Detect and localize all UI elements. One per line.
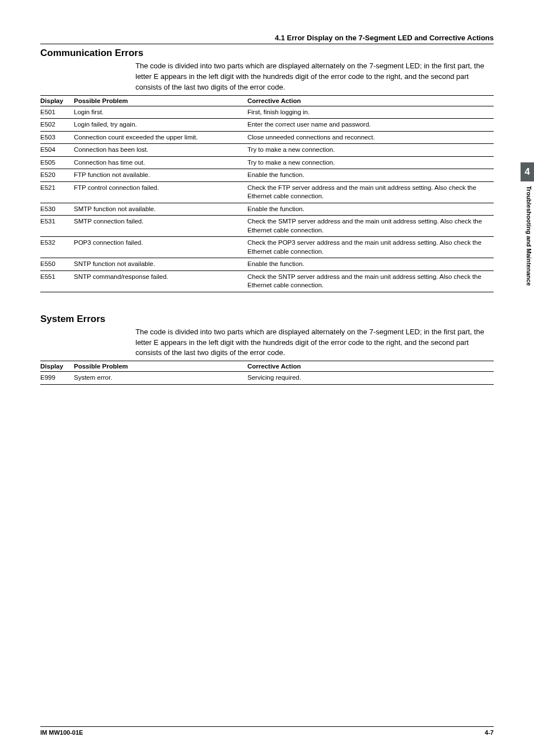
cell-problem: FTP function not available. bbox=[74, 169, 247, 182]
cell-action: Try to make a new connection. bbox=[247, 156, 494, 169]
page-footer: IM MW100-01E 4-7 bbox=[40, 726, 494, 736]
cell-display: E520 bbox=[40, 169, 74, 182]
cell-problem: SNTP function not available. bbox=[74, 258, 247, 271]
th-action: Corrective Action bbox=[247, 95, 494, 106]
chapter-tab: 4 bbox=[521, 162, 534, 181]
cell-problem: FTP control connection failed. bbox=[74, 181, 247, 203]
section-header-title: 4.1 Error Display on the 7-Segment LED a… bbox=[40, 34, 494, 44]
cell-action: Close unneeded connections and reconnect… bbox=[247, 131, 494, 144]
cell-display: E531 bbox=[40, 216, 74, 237]
table-row: E531SMTP connection failed.Check the SMT… bbox=[40, 216, 494, 237]
table-row: E502Login failed, try again.Enter the co… bbox=[40, 119, 494, 132]
table-header-row: Display Possible Problem Corrective Acti… bbox=[40, 95, 494, 106]
cell-action: Check the SNTP server address and the ma… bbox=[247, 270, 494, 292]
th-problem: Possible Problem bbox=[74, 361, 247, 372]
th-display: Display bbox=[40, 95, 74, 106]
system-errors-section: System Errors The code is divided into t… bbox=[40, 314, 494, 385]
cell-problem: Connection count exceeded the upper limi… bbox=[74, 131, 247, 144]
cell-display: E521 bbox=[40, 181, 74, 203]
footer-doc-id: IM MW100-01E bbox=[40, 729, 83, 736]
cell-action: Enable the function. bbox=[247, 203, 494, 216]
system-errors-heading: System Errors bbox=[40, 314, 494, 325]
cell-problem: SMTP connection failed. bbox=[74, 216, 247, 237]
section-header-bar: 4.1 Error Display on the 7-Segment LED a… bbox=[40, 34, 494, 44]
chapter-number: 4 bbox=[524, 166, 530, 178]
communication-errors-heading: Communication Errors bbox=[40, 48, 494, 59]
communication-errors-table: Display Possible Problem Corrective Acti… bbox=[40, 95, 494, 292]
cell-problem: SMTP function not available. bbox=[74, 203, 247, 216]
cell-display: E503 bbox=[40, 131, 74, 144]
cell-display: E530 bbox=[40, 203, 74, 216]
communication-errors-section: Communication Errors The code is divided… bbox=[40, 48, 494, 292]
table-row: E520FTP function not available.Enable th… bbox=[40, 169, 494, 182]
cell-display: E502 bbox=[40, 119, 74, 132]
table-row: E530SMTP function not available.Enable t… bbox=[40, 203, 494, 216]
cell-action: Enable the function. bbox=[247, 258, 494, 271]
table-row: E532POP3 connection failed.Check the POP… bbox=[40, 237, 494, 258]
cell-display: E501 bbox=[40, 106, 74, 119]
cell-problem: Connection has been lost. bbox=[74, 144, 247, 157]
cell-problem: SNTP command/response failed. bbox=[74, 270, 247, 292]
cell-action: Check the POP3 server address and the ma… bbox=[247, 237, 494, 258]
cell-action: Try to make a new connection. bbox=[247, 144, 494, 157]
th-problem: Possible Problem bbox=[74, 95, 247, 106]
cell-display: E550 bbox=[40, 258, 74, 271]
table-row: E505Connection has time out.Try to make … bbox=[40, 156, 494, 169]
cell-problem: Connection has time out. bbox=[74, 156, 247, 169]
cell-display: E505 bbox=[40, 156, 74, 169]
cell-display: E551 bbox=[40, 270, 74, 292]
footer-page-number: 4-7 bbox=[485, 729, 494, 736]
cell-problem: Login failed, try again. bbox=[74, 119, 247, 132]
system-errors-intro: The code is divided into two parts which… bbox=[135, 327, 494, 359]
cell-action: First, finish logging in. bbox=[247, 106, 494, 119]
cell-display: E999 bbox=[40, 372, 74, 385]
cell-action: Enter the correct user name and password… bbox=[247, 119, 494, 132]
cell-problem: System error. bbox=[74, 372, 247, 385]
table-header-row: Display Possible Problem Corrective Acti… bbox=[40, 361, 494, 372]
cell-action: Servicing required. bbox=[247, 372, 494, 385]
cell-display: E532 bbox=[40, 237, 74, 258]
cell-problem: Login first. bbox=[74, 106, 247, 119]
table-row: E501Login first.First, finish logging in… bbox=[40, 106, 494, 119]
th-display: Display bbox=[40, 361, 74, 372]
cell-display: E504 bbox=[40, 144, 74, 157]
chapter-side-label: Troubleshooting and Maintenance bbox=[522, 186, 532, 286]
table-row: E551SNTP command/response failed.Check t… bbox=[40, 270, 494, 292]
cell-problem: POP3 connection failed. bbox=[74, 237, 247, 258]
cell-action: Check the FTP server address and the mai… bbox=[247, 181, 494, 203]
cell-action: Check the SMTP server address and the ma… bbox=[247, 216, 494, 237]
table-row: E503Connection count exceeded the upper … bbox=[40, 131, 494, 144]
table-row: E504Connection has been lost.Try to make… bbox=[40, 144, 494, 157]
system-errors-table: Display Possible Problem Corrective Acti… bbox=[40, 361, 494, 385]
table-row: E999System error.Servicing required. bbox=[40, 372, 494, 385]
cell-action: Enable the function. bbox=[247, 169, 494, 182]
th-action: Corrective Action bbox=[247, 361, 494, 372]
table-row: E550SNTP function not available.Enable t… bbox=[40, 258, 494, 271]
communication-errors-intro: The code is divided into two parts which… bbox=[135, 61, 494, 93]
table-row: E521FTP control connection failed.Check … bbox=[40, 181, 494, 203]
